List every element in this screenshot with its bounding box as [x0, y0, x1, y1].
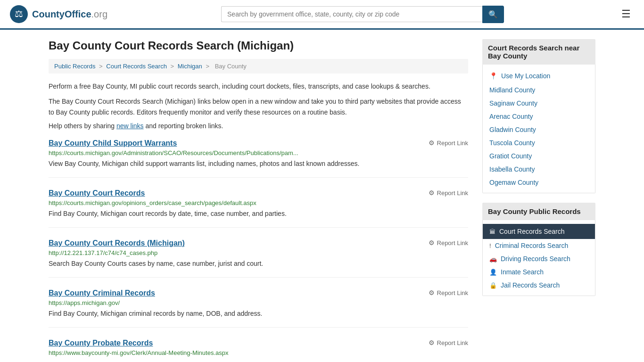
record-desc: Search Bay County Courts cases by name, …: [49, 259, 468, 269]
sidebar-active-records-link[interactable]: 🏛Court Records Search: [483, 224, 595, 239]
record-desc: Find Bay County, Michigan criminal recor…: [49, 309, 468, 319]
sidebar-county-link[interactable]: Ogemaw County: [483, 176, 595, 189]
search-input[interactable]: [221, 6, 482, 22]
breadcrumb-bay-county: Bay County: [215, 63, 247, 70]
nearby-title: Court Records Search near Bay County: [482, 39, 595, 65]
report-icon: ⚙: [429, 239, 435, 247]
record-desc: View Bay County, Michigan child support …: [49, 159, 468, 169]
report-link-button[interactable]: ⚙ Report Link: [429, 289, 468, 296]
records-list: Bay County Child Support Warrants ⚙ Repo…: [49, 139, 468, 362]
breadcrumb-michigan[interactable]: Michigan: [178, 63, 202, 70]
logo-text[interactable]: CountyOffice.org: [32, 9, 107, 20]
sidebar-county-link[interactable]: Arenac County: [483, 110, 595, 123]
breadcrumb-court-records[interactable]: Court Records Search: [106, 63, 167, 70]
court-icon: 🏛: [489, 228, 495, 235]
help-text: Help others by sharing new links and rep…: [49, 122, 468, 130]
nearby-body: 📍 Use My Location Midland CountySaginaw …: [482, 65, 595, 193]
record-icon: !: [489, 242, 491, 249]
record-url[interactable]: https://courts.michigan.gov/Administrati…: [49, 149, 468, 156]
nearby-counties: Midland CountySaginaw CountyArenac Count…: [483, 83, 595, 189]
sidebar-county-link[interactable]: Isabella County: [483, 163, 595, 176]
report-link-button[interactable]: ⚙ Report Link: [429, 139, 468, 147]
breadcrumb-public-records[interactable]: Public Records: [54, 63, 95, 70]
sidebar-records-link[interactable]: 🔒Jail Records Search: [483, 279, 595, 292]
logo-area: ⚖ CountyOffice.org: [9, 5, 107, 24]
record-title[interactable]: Bay County Court Records (Michigan): [49, 239, 185, 247]
sidebar-county-link[interactable]: Saginaw County: [483, 97, 595, 110]
report-icon: ⚙: [429, 289, 435, 296]
record-item: Bay County Probate Records ⚙ Report Link…: [49, 339, 468, 362]
intro-text: Perform a free Bay County, MI public cou…: [49, 81, 468, 91]
menu-button[interactable]: ☰: [618, 6, 635, 22]
public-records-body: 🏛Court Records Search!Criminal Records S…: [482, 220, 595, 296]
record-item: Bay County Court Records ⚙ Report Link h…: [49, 189, 468, 228]
sidebar-records-link[interactable]: 🚗Driving Records Search: [483, 252, 595, 265]
hamburger-icon: ☰: [621, 8, 631, 20]
record-item: Bay County Court Records (Michigan) ⚙ Re…: [49, 239, 468, 278]
report-link-button[interactable]: ⚙ Report Link: [429, 339, 468, 346]
report-link-label: Report Link: [437, 339, 468, 346]
record-title[interactable]: Bay County Criminal Records: [49, 289, 155, 297]
sidebar: Court Records Search near Bay County 📍 U…: [482, 39, 595, 362]
sidebar-records-link[interactable]: !Criminal Records Search: [483, 239, 595, 252]
search-button[interactable]: 🔍: [482, 6, 504, 23]
record-title[interactable]: Bay County Child Support Warrants: [49, 139, 177, 148]
record-item: Bay County Child Support Warrants ⚙ Repo…: [49, 139, 468, 178]
report-link-button[interactable]: ⚙ Report Link: [429, 239, 468, 247]
record-url[interactable]: https://courts.michigan.gov/opinions_ord…: [49, 199, 468, 206]
record-title[interactable]: Bay County Probate Records: [49, 339, 153, 347]
sidebar-county-link[interactable]: Tuscola County: [483, 136, 595, 149]
public-records-items: 🏛Court Records Search!Criminal Records S…: [483, 224, 595, 292]
public-records-section: Bay County Public Records 🏛Court Records…: [482, 203, 595, 296]
report-link-label: Report Link: [437, 239, 468, 247]
new-links-link[interactable]: new links: [116, 122, 144, 130]
secondary-text: The Bay County Court Records Search (Mic…: [49, 96, 468, 117]
record-icon: 🔒: [489, 282, 497, 289]
breadcrumb: Public Records > Court Records Search > …: [49, 59, 468, 74]
report-icon: ⚙: [429, 189, 435, 197]
record-icon: 👤: [489, 269, 497, 276]
nearby-section: Court Records Search near Bay County 📍 U…: [482, 39, 595, 193]
record-url[interactable]: https://www.baycounty-mi.gov/Clerk/Annua…: [49, 349, 468, 356]
sidebar-county-link[interactable]: Gratiot County: [483, 149, 595, 163]
record-url[interactable]: https://apps.michigan.gov/: [49, 299, 468, 306]
report-link-label: Report Link: [437, 289, 468, 296]
svg-text:⚖: ⚖: [15, 8, 23, 19]
record-desc: Find Bay County, Michigan court records …: [49, 209, 468, 219]
report-icon: ⚙: [429, 339, 435, 346]
sidebar-records-link[interactable]: 👤Inmate Search: [483, 265, 595, 279]
public-records-title: Bay County Public Records: [482, 203, 595, 220]
search-icon: 🔍: [488, 10, 498, 18]
report-link-label: Report Link: [437, 140, 468, 147]
sidebar-county-link[interactable]: Gladwin County: [483, 123, 595, 136]
location-icon: 📍: [489, 72, 497, 80]
record-icon: 🚗: [489, 255, 497, 263]
report-icon: ⚙: [429, 139, 435, 147]
report-link-button[interactable]: ⚙ Report Link: [429, 189, 468, 197]
use-location-button[interactable]: 📍 Use My Location: [483, 68, 595, 83]
record-url[interactable]: http://12.221.137.17/c74/c74_cases.php: [49, 249, 468, 256]
record-item: Bay County Criminal Records ⚙ Report Lin…: [49, 289, 468, 328]
record-title[interactable]: Bay County Court Records: [49, 189, 145, 197]
report-link-label: Report Link: [437, 189, 468, 197]
sidebar-county-link[interactable]: Midland County: [483, 83, 595, 97]
page-title: Bay County Court Records Search (Michiga…: [49, 39, 468, 52]
logo-icon: ⚖: [9, 5, 28, 24]
search-area: 🔍: [221, 6, 504, 23]
